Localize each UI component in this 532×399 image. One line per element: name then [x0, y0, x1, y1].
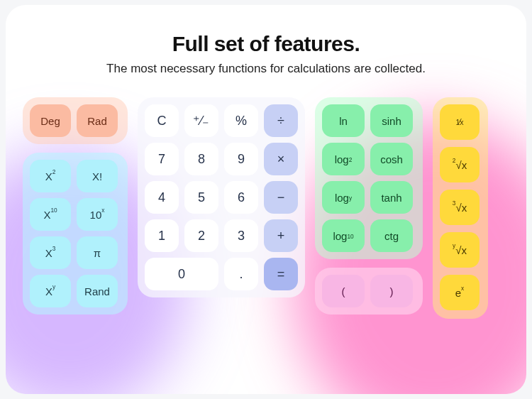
key-6[interactable]: 6: [224, 181, 258, 214]
key-x3[interactable]: X3: [30, 236, 71, 269]
calculator-stage: DegRad X2X!X1010xX3πXyRand C⁺∕₋%÷789×456…: [23, 97, 509, 319]
feature-card: Full set of features. The most necessary…: [6, 5, 526, 394]
key-eq[interactable]: =: [264, 258, 298, 290]
key-7[interactable]: 7: [145, 143, 179, 175]
column-root: 1⁄x2√x3√xy√xex: [433, 97, 488, 319]
key-fact[interactable]: X!: [77, 160, 118, 192]
pad-paren: (): [315, 268, 423, 315]
pad-log-trig: lnsinhlog2coshlogytanhlog10ctg: [315, 97, 423, 259]
key-root2[interactable]: 2√x: [440, 147, 480, 182]
pad-numeric: C⁺∕₋%÷789×456−123+0.=: [138, 97, 305, 297]
key-c[interactable]: C: [145, 104, 179, 137]
key-sub[interactable]: −: [264, 181, 298, 214]
key-cosh[interactable]: cosh: [370, 143, 413, 175]
key-x10[interactable]: X10: [30, 198, 71, 231]
key-rp[interactable]: ): [370, 275, 413, 307]
key-dot[interactable]: .: [224, 258, 258, 290]
key-3[interactable]: 3: [224, 219, 258, 252]
key-logy[interactable]: logy: [322, 181, 365, 214]
key-ln[interactable]: ln: [322, 104, 365, 137]
key-root3[interactable]: 3√x: [440, 190, 480, 225]
key-add[interactable]: +: [264, 219, 298, 252]
key-deg[interactable]: Deg: [30, 104, 71, 137]
key-pi[interactable]: π: [77, 236, 118, 269]
key-2[interactable]: 2: [184, 219, 218, 252]
key-1[interactable]: 1: [145, 219, 179, 252]
key-sinh[interactable]: sinh: [370, 104, 413, 137]
key-8[interactable]: 8: [184, 143, 218, 175]
key-ctg[interactable]: ctg: [370, 219, 413, 252]
pad-power: X2X!X1010xX3πXyRand: [23, 153, 128, 315]
key-inv[interactable]: 1⁄x: [440, 104, 480, 140]
key-rand[interactable]: Rand: [77, 275, 118, 307]
key-x2[interactable]: X2: [30, 160, 71, 192]
key-div[interactable]: ÷: [264, 104, 298, 137]
key-tanh[interactable]: tanh: [370, 181, 413, 214]
key-mul[interactable]: ×: [264, 143, 298, 175]
key-log10[interactable]: log10: [322, 219, 365, 252]
page-subtitle: The most necessary functions for calcula…: [23, 62, 509, 76]
pad-angle: DegRad: [23, 97, 128, 144]
key-5[interactable]: 5: [184, 181, 218, 214]
pad-root: 1⁄x2√x3√xy√xex: [433, 97, 488, 319]
key-log2[interactable]: log2: [322, 143, 365, 175]
page-title: Full set of features.: [23, 32, 509, 56]
key-0[interactable]: 0: [145, 258, 218, 290]
key-pct[interactable]: %: [224, 104, 258, 137]
key-ten[interactable]: 10x: [77, 198, 118, 231]
key-sign[interactable]: ⁺∕₋: [184, 104, 218, 137]
key-9[interactable]: 9: [224, 143, 258, 175]
column-left: DegRad X2X!X1010xX3πXyRand: [23, 97, 128, 315]
key-xy[interactable]: Xy: [30, 275, 71, 307]
header: Full set of features. The most necessary…: [23, 32, 509, 76]
column-right: lnsinhlog2coshlogytanhlog10ctg (): [315, 97, 423, 315]
key-rad[interactable]: Rad: [77, 104, 118, 137]
key-ex[interactable]: ex: [440, 275, 480, 310]
key-rooty[interactable]: y√x: [440, 232, 480, 268]
key-lp[interactable]: (: [322, 275, 365, 307]
key-4[interactable]: 4: [145, 181, 179, 214]
